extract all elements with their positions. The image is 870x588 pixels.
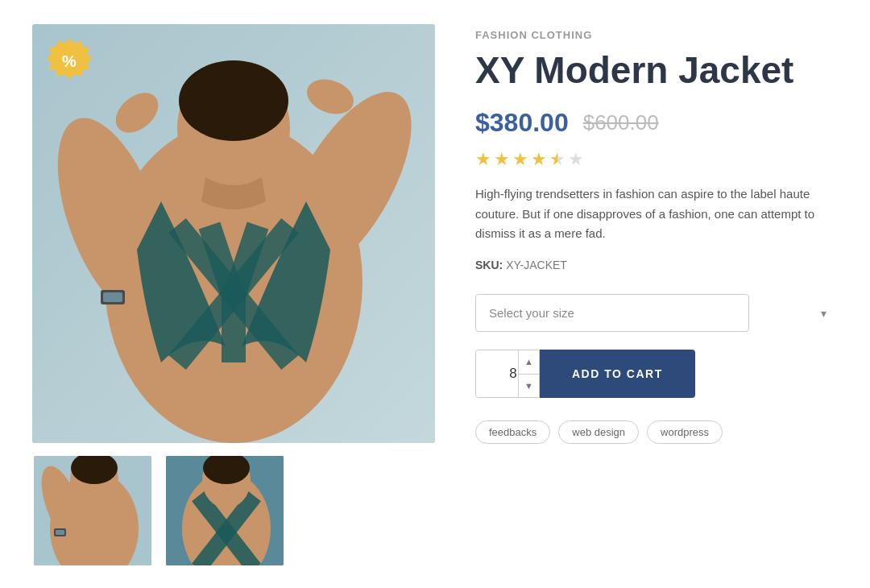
quantity-increment-button[interactable]: ▲ xyxy=(519,350,539,375)
price-current: $380.00 xyxy=(475,108,569,138)
tag[interactable]: feedbacks xyxy=(475,420,550,444)
product-title: XY Modern Jacket xyxy=(475,49,838,92)
star-empty: ★ xyxy=(568,149,584,170)
svg-point-6 xyxy=(179,60,288,141)
tags-row: feedbacksweb designwordpress xyxy=(475,420,838,444)
quantity-value: 8 xyxy=(498,366,516,382)
thumbnail-1[interactable] xyxy=(32,454,153,567)
thumbnails xyxy=(32,454,435,567)
price-row: $380.00 $600.00 xyxy=(475,108,838,138)
discount-symbol: % xyxy=(62,52,77,71)
size-select-wrapper: Select your size XS S M L XL XXL ▾ xyxy=(475,294,838,332)
star-4: ★ xyxy=(531,149,547,170)
image-column: % xyxy=(32,24,435,567)
sku-value: XY-JACKET xyxy=(506,259,567,271)
stars-row: ★ ★ ★ ★ ★ ★ xyxy=(475,149,838,170)
product-column: FASHION CLOTHING XY Modern Jacket $380.0… xyxy=(475,24,838,567)
star-2: ★ xyxy=(494,149,510,170)
star-1: ★ xyxy=(475,149,491,170)
main-product-image: % xyxy=(32,24,435,443)
chevron-down-icon: ▾ xyxy=(821,307,826,320)
sku-row: SKU: XY-JACKET xyxy=(475,259,838,271)
svg-rect-14 xyxy=(103,292,122,302)
quantity-controls: ▲ ▼ xyxy=(518,350,539,397)
product-description: High-flying trendsetters in fashion can … xyxy=(475,184,838,244)
add-to-cart-button[interactable]: ADD TO CART xyxy=(540,350,695,398)
tag[interactable]: wordpress xyxy=(647,420,723,444)
svg-rect-10 xyxy=(222,298,246,362)
quantity-decrement-button[interactable]: ▼ xyxy=(519,375,539,398)
quantity-field: 8 ▲ ▼ xyxy=(475,350,540,398)
star-half: ★ xyxy=(549,149,566,170)
thumbnail-2[interactable] xyxy=(164,454,285,567)
page-wrapper: % xyxy=(0,0,870,588)
svg-rect-23 xyxy=(56,530,64,535)
sku-label: SKU: xyxy=(475,259,503,271)
category-label: FASHION CLOTHING xyxy=(475,29,838,41)
product-image-svg xyxy=(32,24,435,443)
size-select[interactable]: Select your size XS S M L XL XXL xyxy=(475,294,749,332)
star-3: ★ xyxy=(512,149,528,170)
tag[interactable]: web design xyxy=(558,420,639,444)
add-to-cart-row: 8 ▲ ▼ ADD TO CART xyxy=(475,350,838,398)
price-original: $600.00 xyxy=(583,110,659,135)
